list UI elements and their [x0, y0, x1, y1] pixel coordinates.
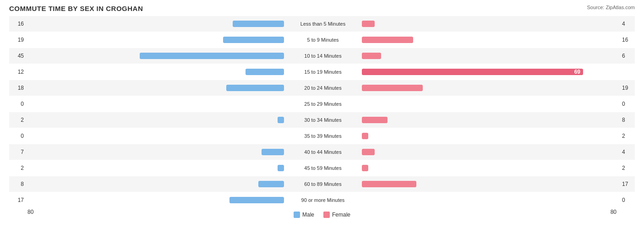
- female-bar: [362, 133, 368, 139]
- male-color-box: [294, 212, 300, 218]
- right-bar-wrap: [362, 48, 618, 64]
- female-bar: [362, 165, 368, 171]
- left-value: 8: [9, 181, 27, 187]
- right-value: 4: [618, 21, 641, 27]
- left-value: 16: [9, 21, 27, 27]
- table-row: 740 to 44 Minutes4: [9, 144, 635, 160]
- center-label: 20 to 24 Minutes: [284, 85, 362, 91]
- table-row: 1790 or more Minutes0: [9, 192, 635, 208]
- right-value: 8: [618, 117, 641, 123]
- left-value: 0: [9, 133, 27, 139]
- center-label: 15 to 19 Minutes: [284, 69, 362, 75]
- center-label: 40 to 44 Minutes: [284, 149, 362, 155]
- legend: Male Female: [294, 212, 350, 218]
- left-value: 2: [9, 165, 27, 171]
- right-value: 2: [618, 165, 641, 171]
- table-row: 4510 to 14 Minutes6: [9, 48, 635, 64]
- left-bar-wrap: [27, 160, 284, 176]
- right-bar-wrap: [362, 96, 618, 112]
- left-value: 18: [9, 85, 27, 91]
- center-label: 5 to 9 Minutes: [284, 37, 362, 43]
- left-bar-wrap: [27, 144, 284, 160]
- left-bar-wrap: [27, 128, 284, 144]
- left-value: 19: [9, 37, 27, 43]
- right-bar-wrap: [362, 32, 618, 48]
- male-bar: [226, 85, 284, 91]
- center-label: 30 to 34 Minutes: [284, 117, 362, 123]
- bottom-left-label: 80: [27, 209, 33, 218]
- legend-male: Male: [294, 212, 314, 218]
- male-legend-label: Male: [302, 212, 314, 218]
- female-bar: 69: [362, 69, 583, 75]
- right-value: 0: [618, 101, 641, 107]
- table-row: 860 to 89 Minutes17: [9, 176, 635, 192]
- left-value: 7: [9, 149, 27, 155]
- table-row: 16Less than 5 Minutes4: [9, 16, 635, 32]
- left-bar-wrap: [27, 32, 284, 48]
- center-label: 10 to 14 Minutes: [284, 53, 362, 59]
- right-bar-wrap: [362, 160, 618, 176]
- left-bar-wrap: [27, 16, 284, 32]
- male-bar: [140, 53, 284, 59]
- left-value: 45: [9, 53, 27, 59]
- source-text: Source: ZipAtlas.com: [587, 5, 635, 10]
- male-bar: [278, 117, 284, 123]
- right-value: 6: [618, 53, 641, 59]
- male-bar: [223, 37, 284, 43]
- bottom-right-label: 80: [611, 209, 617, 218]
- right-bar-wrap: [362, 192, 618, 208]
- right-value: 2: [618, 133, 641, 139]
- right-bar-wrap: [362, 16, 618, 32]
- table-row: 025 to 29 Minutes0: [9, 96, 635, 112]
- right-value: 19: [618, 85, 641, 91]
- left-value: 17: [9, 197, 27, 203]
- center-label: Less than 5 Minutes: [284, 21, 362, 27]
- male-bar: [229, 197, 284, 203]
- table-row: 230 to 34 Minutes8: [9, 112, 635, 128]
- center-label: 90 or more Minutes: [284, 197, 362, 203]
- center-label: 60 to 89 Minutes: [284, 181, 362, 187]
- right-value: 4: [618, 149, 641, 155]
- left-value: 2: [9, 117, 27, 123]
- left-bar-wrap: [27, 176, 284, 192]
- right-bar-wrap: [362, 112, 618, 128]
- left-value: 12: [9, 69, 27, 75]
- left-value: 0: [9, 101, 27, 107]
- center-label: 25 to 29 Minutes: [284, 101, 362, 107]
- left-bar-wrap: [27, 112, 284, 128]
- female-color-box: [323, 212, 330, 218]
- right-bar-wrap: [362, 144, 618, 160]
- right-bar-wrap: [362, 176, 618, 192]
- right-value: 0: [618, 197, 641, 203]
- center-label: 35 to 39 Minutes: [284, 133, 362, 139]
- left-bar-wrap: [27, 192, 284, 208]
- legend-female: Female: [323, 212, 350, 218]
- female-bar: [362, 53, 381, 59]
- table-row: 1820 to 24 Minutes19: [9, 80, 635, 96]
- center-label: 45 to 59 Minutes: [284, 165, 362, 171]
- left-bar-wrap: [27, 96, 284, 112]
- right-bar-wrap: [362, 80, 618, 96]
- female-bar: [362, 181, 416, 187]
- table-row: 245 to 59 Minutes2: [9, 160, 635, 176]
- female-bar: [362, 21, 375, 27]
- right-value: 16: [618, 37, 641, 43]
- male-bar: [246, 69, 284, 75]
- table-row: 035 to 39 Minutes2: [9, 128, 635, 144]
- female-bar: [362, 117, 387, 123]
- left-bar-wrap: [27, 48, 284, 64]
- female-bar: [362, 85, 423, 91]
- female-bar: [362, 37, 413, 43]
- chart-container: COMMUTE TIME BY SEX IN CROGHAN Source: Z…: [0, 0, 644, 239]
- male-bar: [262, 149, 284, 155]
- male-bar: [278, 165, 284, 171]
- female-legend-label: Female: [332, 212, 350, 218]
- left-bar-wrap: [27, 80, 284, 96]
- table-row: 1215 to 19 Minutes69: [9, 64, 635, 80]
- male-bar: [233, 21, 284, 27]
- female-bar: [362, 149, 375, 155]
- chart-title: COMMUTE TIME BY SEX IN CROGHAN: [9, 5, 635, 12]
- left-bar-wrap: [27, 64, 284, 80]
- male-bar: [258, 181, 284, 187]
- chart-rows: 16Less than 5 Minutes4195 to 9 Minutes16…: [9, 16, 635, 208]
